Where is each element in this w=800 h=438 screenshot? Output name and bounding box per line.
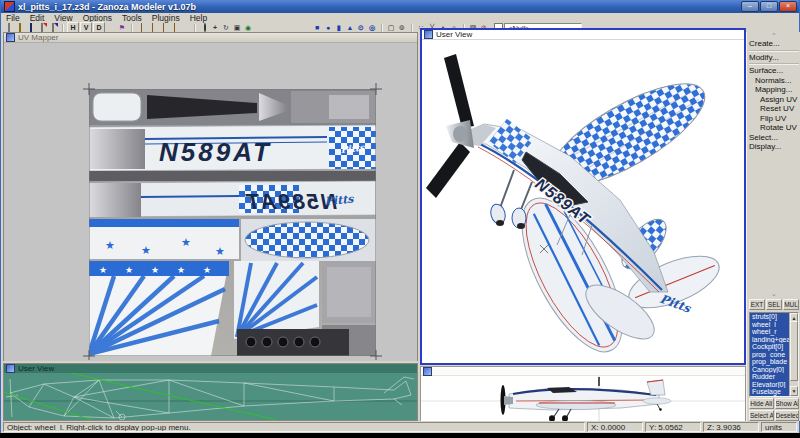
select-all-button[interactable]: Select All [749,410,774,421]
airplane-side-view [421,376,745,421]
command-menu: Create... Modify... Surface... Normals..… [749,39,799,152]
menu-plugins[interactable]: Plugins [147,13,185,23]
cmd-rotate-uv[interactable]: Rotate UV [749,123,799,133]
cmd-select[interactable]: Select... [749,133,799,143]
cone-primitive-icon[interactable]: ▲ [345,23,355,32]
sel-mode-button[interactable]: SEL [766,299,782,310]
torus-primitive-icon[interactable]: ◎ [367,23,377,32]
airplane-3d-model[interactable]: N589AT Pitts [422,40,744,362]
object-row[interactable]: Elevator[0] [750,381,790,389]
mul-mode-button[interactable]: MUL [783,299,799,310]
user-view-title: User View [436,30,472,39]
mode-buttons: EXT SEL MUL [749,299,799,310]
viewport-uv-mapper: UV Mapper [3,32,418,361]
cmd-assign-uv[interactable]: Assign UV [749,95,799,105]
cmd-surface[interactable]: Surface... [749,66,799,76]
wireframe-caption[interactable]: User View [4,364,417,373]
side-canvas[interactable] [421,376,745,421]
scrollbar-down-icon[interactable]: ▼ [790,386,798,396]
status-units: units [761,422,797,432]
cmd-create[interactable]: Create... [749,39,799,49]
title-bar[interactable]: xl_pitts_i_17.z3d - Zanoza Modeler v1.07… [1,0,799,13]
object-list-scrollbar[interactable]: ▲ ▼ [789,313,798,396]
cylinder-primitive-icon[interactable]: ▮ [334,23,344,32]
cmd-flip-uv[interactable]: Flip UV [749,114,799,124]
cmd-mapping[interactable]: Mapping... [749,85,799,95]
uv-mapper-canvas[interactable]: N589AT Pitts N589AT Pitts ★ ★ ★ ★ [4,43,417,361]
show-all-button[interactable]: Show All [775,398,800,409]
sphere-primitive-icon[interactable]: ● [323,23,333,32]
object-row[interactable]: landing+gear [750,336,790,344]
render-icon[interactable] [180,23,190,32]
menu-file[interactable]: File [1,13,25,23]
object-row[interactable]: struts[0] [750,313,790,321]
axis-points-icon[interactable] [106,23,116,32]
app-logo-icon [4,1,15,12]
zoom-tool-icon[interactable] [199,23,209,32]
viewport-icon [424,30,433,39]
menu-tools[interactable]: Tools [117,13,147,23]
deselect-button[interactable]: Deselect [775,410,800,421]
viewport-icon [6,33,15,42]
background-image-icon[interactable]: ◉ [243,23,253,32]
save-icon[interactable] [26,23,36,32]
zoom-extents-icon[interactable]: ▣ [232,23,242,32]
scrollbar-thumb[interactable] [790,321,798,381]
menu-help[interactable]: Help [185,13,212,23]
object-row[interactable]: Rudder [750,373,790,381]
rect-select-icon[interactable]: ▢ [386,23,396,32]
status-y-coordinate: Y: 5.0562 [645,422,701,432]
circle-select-icon[interactable]: ⊚ [397,23,407,32]
export-icon[interactable] [48,23,58,32]
window-title: xl_pitts_i_17.z3d - Zanoza Modeler v1.07… [18,2,196,12]
list-buttons: Hide All Show All Select All Deselect [749,398,799,421]
cmd-reset-uv[interactable]: Reset UV [749,104,799,114]
open-folder-icon[interactable] [15,23,25,32]
object-row[interactable]: Cockpit[0] [750,343,790,351]
pan-view-icon[interactable]: + [210,23,220,32]
import-icon[interactable] [37,23,47,32]
viewport-side [420,366,746,421]
object-row[interactable]: Canopy[0] [750,366,790,374]
app-window: xl_pitts_i_17.z3d - Zanoza Modeler v1.07… [0,0,800,433]
object-row[interactable]: prop_cone [750,351,790,359]
side-caption[interactable] [421,367,745,376]
cube-primitive-icon[interactable]: ■ [312,23,322,32]
new-file-icon[interactable] [4,23,14,32]
object-row[interactable]: wheel_r [750,328,790,336]
status-bar: Object: wheel_l. Right-click to display … [1,421,799,433]
uv-corner-marks [4,43,417,361]
disc-primitive-icon[interactable]: ⊙ [356,23,366,32]
viewport-layout-3-icon[interactable] [158,23,168,32]
viewport-layout-2-icon[interactable] [147,23,157,32]
viewport-layout-1-icon[interactable] [136,23,146,32]
orbit-view-icon[interactable]: ↻ [221,23,231,32]
minimize-button[interactable]: – [741,1,759,12]
object-row[interactable]: wheel_l [750,321,790,329]
cmd-normals[interactable]: Normals... [749,76,799,86]
flag-icon[interactable]: ⚑ [117,23,127,32]
viewport-user-view: User View [420,28,746,365]
ext-mode-button[interactable]: EXT [749,299,765,310]
user-view-caption[interactable]: User View [422,30,744,40]
wireframe-canvas[interactable] [4,373,417,420]
viewport-icon [423,367,432,376]
cmd-modify[interactable]: Modify... [749,53,799,63]
object-row[interactable]: prop_blade [750,358,790,366]
hide-all-button[interactable]: Hide All [749,398,774,409]
viewport-layout-4-icon[interactable] [169,23,179,32]
menu-edit[interactable]: Edit [25,13,50,23]
object-row[interactable]: Fuselage [750,388,790,396]
uv-mapper-title: UV Mapper [18,33,58,42]
status-x-coordinate: X: 0.0000 [587,422,643,432]
cmd-display[interactable]: Display... [749,142,799,152]
uv-mapper-caption[interactable]: UV Mapper [4,33,417,43]
maximize-button[interactable]: □ [760,1,778,12]
viewport-wireframe: User View [3,363,418,421]
scroll-down-icon[interactable]: ⌄ [749,291,799,297]
close-button[interactable]: × [779,1,797,12]
airplane-wireframe [4,373,417,420]
status-message: Object: wheel_l. Right-click to display … [3,422,585,432]
object-list: struts[0] wheel_l wheel_r landing+gear C… [749,312,799,397]
user-view-canvas[interactable]: N589AT Pitts [422,40,744,363]
